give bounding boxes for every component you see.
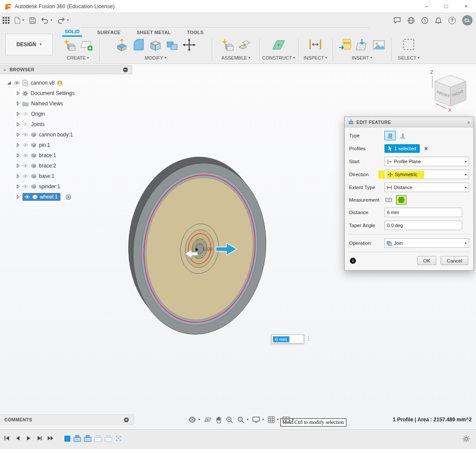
panel-collapse-icon[interactable]: « (3, 67, 6, 72)
distance-input[interactable] (384, 208, 462, 217)
create-menu[interactable]: CREATE ▾ (67, 55, 89, 60)
undo-button[interactable]: ▾ (41, 17, 52, 24)
dimension-options-kebab-icon[interactable]: ⋮ (306, 335, 311, 341)
type-extrude-button[interactable] (384, 131, 396, 140)
measure-icon[interactable] (308, 38, 322, 51)
collapsed-triangle-icon[interactable] (16, 164, 20, 168)
browser-minimize-icon[interactable] (123, 67, 128, 73)
collapsed-triangle-icon[interactable] (16, 133, 20, 137)
assemble-menu[interactable]: ASSEMBLE ▾ (222, 55, 250, 60)
collapsed-triangle-icon[interactable] (16, 91, 20, 95)
combine-icon[interactable] (165, 38, 179, 52)
visibility-eye-icon[interactable] (22, 184, 29, 189)
sketch-center-point[interactable] (195, 248, 198, 251)
pan-button[interactable] (216, 416, 222, 424)
display-settings-button[interactable]: ▾ (252, 416, 264, 423)
collapsed-triangle-icon[interactable] (16, 112, 20, 116)
fit-button[interactable]: ▾ (237, 416, 248, 424)
tree-row-spinder[interactable]: spinder:1 (0, 181, 132, 192)
tab-surface[interactable]: SURFACE (95, 28, 123, 37)
minimize-icon[interactable]: – (416, 0, 436, 13)
tree-row-root[interactable]: cannon v8 (0, 78, 132, 88)
select-icon[interactable] (402, 38, 415, 51)
save-button[interactable] (29, 17, 36, 24)
timeline-play-button[interactable] (25, 435, 32, 442)
dialog-header[interactable]: EDIT FEATURE » (345, 117, 473, 127)
construct-menu[interactable]: CONSTRUCT ▾ (262, 55, 295, 60)
browser-header[interactable]: « BROWSER (0, 65, 132, 74)
app-grid-icon[interactable] (3, 17, 10, 24)
collapsed-triangle-icon[interactable] (16, 174, 20, 178)
collapsed-triangle-icon[interactable] (16, 195, 20, 199)
design-workspace-menu[interactable]: DESIGN ▾ (5, 34, 53, 55)
tree-row-document-settings[interactable]: Document Settings (0, 88, 132, 98)
timeline-position-marker[interactable] (64, 436, 70, 442)
visibility-eye-icon[interactable] (14, 81, 20, 85)
ok-button[interactable]: OK (417, 256, 437, 265)
tab-solid[interactable]: SOLID (62, 28, 82, 37)
start-dropdown[interactable]: Profile Plane ▾ (384, 157, 469, 166)
visibility-eye-icon[interactable] (24, 195, 30, 199)
timeline-gear-icon[interactable] (463, 435, 470, 443)
measurement-whole-button[interactable] (396, 195, 406, 205)
timeline-feature-extrude-3[interactable] (94, 435, 102, 442)
tab-sheet-metal[interactable]: SHEET METAL (136, 28, 171, 37)
visibility-eye-icon[interactable] (22, 133, 29, 137)
collapsed-triangle-icon[interactable] (16, 122, 20, 126)
tree-row-origin[interactable]: Origin (0, 109, 132, 119)
create-form-icon[interactable] (63, 38, 76, 52)
construct-plane-icon[interactable] (271, 38, 286, 52)
visibility-eye-off-icon[interactable] (22, 122, 29, 126)
visibility-eye-icon[interactable] (22, 164, 29, 168)
visibility-eye-icon[interactable] (22, 174, 29, 178)
press-pull-icon[interactable] (115, 38, 129, 52)
tree-row-base[interactable]: base:1 (0, 171, 132, 181)
timeline-feature-extrude-2[interactable] (84, 435, 92, 442)
clear-selection-icon[interactable]: × (424, 145, 428, 152)
account-avatar[interactable]: CL (462, 15, 473, 25)
help-icon[interactable]: ? (448, 17, 456, 24)
insert-menu[interactable]: INSERT ▾ (352, 55, 372, 60)
web-icon[interactable] (407, 17, 415, 24)
direction-dropdown[interactable]: Symmetric ▾ (384, 170, 469, 179)
profiles-selected-badge[interactable]: 1 selected (384, 144, 420, 153)
tree-row-joints[interactable]: Joints (0, 119, 132, 130)
timeline-step-back-button[interactable] (14, 435, 21, 442)
modify-menu[interactable]: MODIFY ▾ (145, 55, 166, 60)
inspect-menu[interactable]: INSPECT ▾ (304, 55, 327, 60)
shell-icon[interactable] (149, 38, 162, 52)
insert-derive-icon[interactable] (355, 38, 369, 52)
comments-expand-icon[interactable] (124, 417, 129, 423)
comments-bar[interactable]: COMMENTS (0, 414, 134, 425)
info-icon[interactable]: i (350, 258, 356, 264)
comment-icon[interactable] (393, 17, 401, 24)
grid-settings-button[interactable]: ▾ (268, 416, 279, 423)
tab-tools[interactable]: TOOLS (185, 28, 206, 37)
taper-angle-input[interactable] (384, 221, 462, 230)
create-sketch-icon[interactable] (79, 38, 93, 52)
visibility-eye-icon[interactable] (22, 153, 29, 158)
visibility-eye-off-icon[interactable] (22, 112, 29, 116)
zoom-button[interactable] (226, 416, 233, 424)
file-menu-button[interactable]: ▾ (15, 17, 24, 24)
type-thin-extrude-button[interactable] (397, 131, 408, 140)
tree-row-cannon-body[interactable]: cannon body:1 (0, 130, 132, 140)
collapsed-triangle-icon[interactable] (16, 184, 20, 189)
collapsed-triangle-icon[interactable] (16, 101, 20, 106)
tree-row-pin[interactable]: pin:1 (0, 140, 132, 150)
tree-row-named-views[interactable]: Named Views (0, 98, 132, 109)
orbit-button[interactable]: ▾ (188, 416, 200, 424)
notification-bell-icon[interactable] (435, 17, 442, 24)
insert-canvas-icon[interactable] (372, 38, 386, 52)
clock-icon[interactable] (421, 17, 428, 24)
timeline-go-to-start-button[interactable] (3, 435, 10, 442)
viewcube[interactable]: Z FRONT RIGHT X (425, 68, 474, 113)
extent-type-dropdown[interactable]: Distance ▾ (384, 183, 469, 192)
tree-row-brace-1[interactable]: brace:1 (0, 150, 132, 161)
visibility-eye-icon[interactable] (22, 143, 29, 147)
timeline-feature-extrude-1[interactable] (73, 435, 81, 442)
expanded-triangle-icon[interactable] (7, 81, 11, 85)
operation-dropdown[interactable]: Join ▾ (384, 238, 469, 248)
timeline-go-to-end-button[interactable] (47, 435, 54, 442)
move-copy-icon[interactable] (182, 38, 196, 52)
